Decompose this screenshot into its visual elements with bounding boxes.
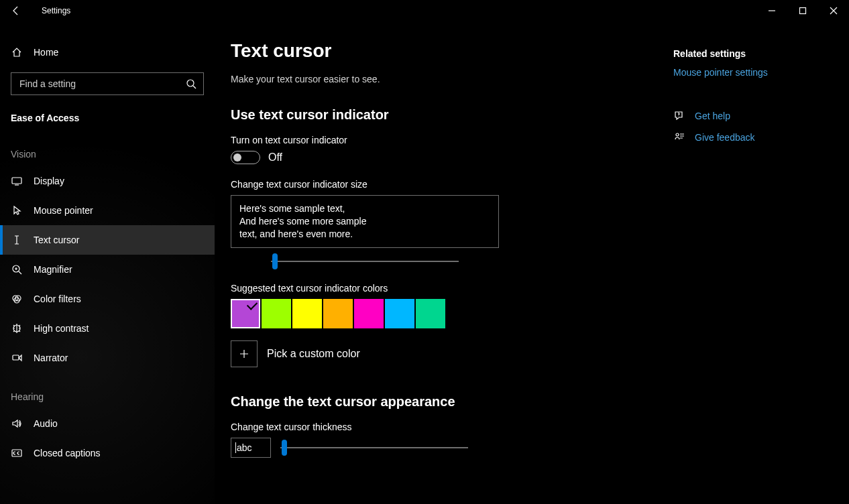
svg-point-1 — [187, 80, 194, 86]
titlebar: Settings — [0, 0, 849, 21]
thickness-sample-text: abc — [237, 442, 252, 453]
narrator-icon — [11, 352, 23, 364]
color-swatch[interactable] — [385, 299, 414, 328]
custom-color-button[interactable] — [231, 340, 258, 367]
sidebar-item-label: High contrast — [34, 323, 89, 334]
maximize-button[interactable] — [787, 0, 818, 21]
search-icon — [185, 78, 197, 90]
thickness-preview: abc — [231, 438, 271, 458]
page-subtitle: Make your text cursor easier to see. — [231, 74, 660, 84]
home-nav[interactable]: Home — [0, 39, 215, 66]
sidebar-item-color-filters[interactable]: Color filters — [0, 284, 215, 314]
sidebar-item-magnifier[interactable]: Magnifier — [0, 255, 215, 284]
toggle-label: Turn on text cursor indicator — [231, 135, 660, 145]
related-heading: Related settings — [673, 48, 768, 59]
sidebar-item-label: Magnifier — [34, 264, 72, 275]
svg-rect-2 — [12, 178, 21, 184]
sidebar-item-narrator[interactable]: Narrator — [0, 343, 215, 373]
svg-rect-0 — [800, 8, 806, 14]
sample-line: text, and here's even more. — [239, 228, 490, 241]
sidebar-item-text-cursor[interactable]: Text cursor — [0, 225, 215, 255]
group-title-hearing: Hearing — [0, 373, 215, 409]
color-swatch[interactable] — [323, 299, 353, 328]
page-title: Text cursor — [231, 40, 660, 62]
sidebar-item-mouse-pointer[interactable]: Mouse pointer — [0, 196, 215, 225]
color-swatch[interactable] — [231, 299, 260, 328]
plus-icon — [239, 349, 249, 359]
sidebar-item-high-contrast[interactable]: High contrast — [0, 314, 215, 343]
sample-line: And here's some more sample — [239, 215, 490, 228]
sidebar-item-audio[interactable]: Audio — [0, 409, 215, 438]
section-title: Ease of Access — [0, 103, 215, 130]
color-swatch[interactable] — [262, 299, 291, 328]
section-heading-appearance: Change the text cursor appearance — [231, 394, 660, 410]
thickness-label: Change text cursor thickness — [231, 422, 660, 432]
feedback-icon — [673, 131, 685, 143]
custom-color-label: Pick a custom color — [267, 348, 360, 360]
group-title-vision: Vision — [0, 130, 215, 166]
colors-label: Suggested text cursor indicator colors — [231, 283, 660, 294]
sidebar-item-label: Color filters — [34, 294, 81, 304]
sidebar-item-label: Text cursor — [34, 235, 79, 245]
sidebar: Home Ease of Access Vision Display Mouse… — [0, 21, 215, 504]
color-swatch[interactable] — [354, 299, 384, 328]
give-feedback-label: Give feedback — [695, 132, 755, 143]
mouse-pointer-icon — [11, 204, 23, 216]
size-label: Change text cursor indicator size — [231, 179, 660, 190]
sample-text-box: Here's some sample text, And here's some… — [231, 195, 499, 248]
back-button[interactable] — [0, 0, 32, 21]
svg-point-10 — [676, 133, 679, 136]
minimize-button[interactable] — [756, 0, 787, 21]
toggle-state: Off — [268, 151, 282, 164]
sidebar-item-label: Display — [34, 176, 64, 186]
closed-captions-icon — [11, 447, 23, 459]
indicator-toggle[interactable] — [231, 151, 260, 164]
audio-icon — [11, 418, 23, 430]
section-heading-indicator: Use text cursor indicator — [231, 107, 660, 123]
search-input[interactable] — [11, 72, 204, 95]
thickness-slider[interactable] — [280, 442, 468, 453]
sidebar-item-label: Closed captions — [34, 448, 101, 458]
text-cursor-icon — [11, 234, 23, 246]
app-title: Settings — [42, 6, 70, 15]
color-swatch[interactable] — [416, 299, 445, 328]
color-filters-icon — [11, 293, 23, 305]
home-icon — [11, 46, 23, 58]
get-help-link[interactable]: Get help — [673, 110, 768, 122]
svg-rect-8 — [13, 355, 19, 360]
sidebar-item-label: Mouse pointer — [34, 205, 93, 216]
sidebar-item-display[interactable]: Display — [0, 166, 215, 196]
color-swatch[interactable] — [292, 299, 322, 328]
related-link-mouse-pointer[interactable]: Mouse pointer settings — [673, 67, 768, 78]
high-contrast-icon — [11, 322, 23, 334]
give-feedback-link[interactable]: Give feedback — [673, 131, 768, 143]
sidebar-item-label: Narrator — [34, 353, 68, 363]
sample-line: Here's some sample text, — [239, 202, 490, 215]
size-slider[interactable] — [271, 256, 459, 267]
magnifier-icon — [11, 263, 23, 275]
close-button[interactable] — [818, 0, 849, 21]
color-swatches — [231, 299, 660, 328]
help-icon — [673, 110, 685, 122]
display-icon — [11, 175, 23, 187]
sidebar-item-label: Audio — [34, 418, 58, 429]
home-label: Home — [34, 47, 58, 58]
get-help-label: Get help — [695, 111, 730, 121]
sidebar-item-closed-captions[interactable]: Closed captions — [0, 438, 215, 468]
